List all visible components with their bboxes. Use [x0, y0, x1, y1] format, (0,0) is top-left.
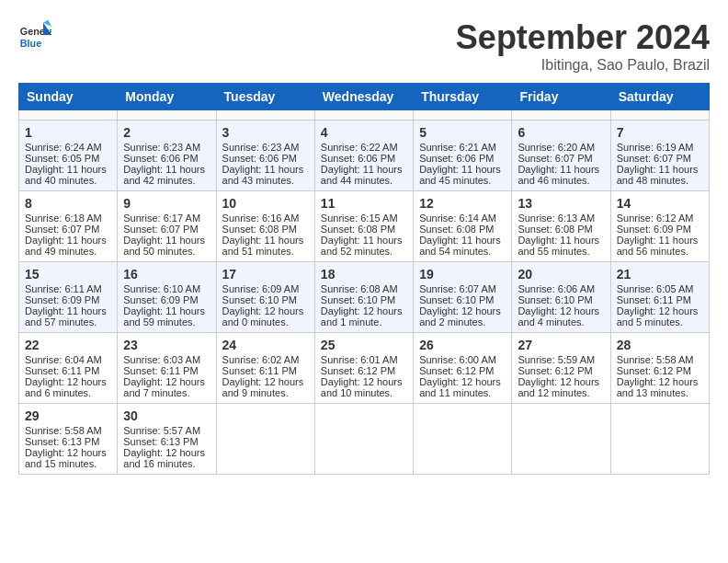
calendar-cell: 20Sunrise: 6:06 AMSunset: 6:10 PMDayligh…: [512, 262, 610, 333]
calendar-cell: 27Sunrise: 5:59 AMSunset: 6:12 PMDayligh…: [512, 333, 610, 404]
sunset-text: Sunset: 6:08 PM: [518, 224, 592, 235]
sunrise-text: Sunrise: 6:08 AM: [321, 283, 398, 294]
sunset-text: Sunset: 6:12 PM: [419, 365, 494, 376]
sunrise-text: Sunrise: 5:59 AM: [518, 354, 595, 365]
sunrise-text: Sunrise: 6:06 AM: [518, 283, 595, 294]
calendar-table: SundayMondayTuesdayWednesdayThursdayFrid…: [18, 83, 710, 475]
daylight-text: Daylight: 12 hours and 7 minutes.: [123, 376, 205, 398]
day-number: 14: [617, 196, 703, 211]
calendar-cell: [610, 404, 709, 475]
daylight-text: Daylight: 12 hours and 16 minutes.: [123, 447, 205, 469]
sunset-text: Sunset: 6:08 PM: [419, 224, 494, 235]
calendar-cell: 3Sunrise: 6:23 AMSunset: 6:06 PMDaylight…: [216, 121, 314, 191]
daylight-text: Daylight: 12 hours and 12 minutes.: [518, 376, 599, 398]
calendar-cell: 5Sunrise: 6:21 AMSunset: 6:06 PMDaylight…: [414, 121, 512, 191]
day-number: 1: [25, 125, 111, 140]
calendar-cell: 8Sunrise: 6:18 AMSunset: 6:07 PMDaylight…: [19, 191, 118, 262]
sunset-text: Sunset: 6:06 PM: [222, 153, 297, 164]
day-number: 4: [321, 125, 407, 140]
calendar-cell: [414, 404, 512, 475]
daylight-text: Daylight: 11 hours and 46 minutes.: [518, 164, 599, 186]
calendar-cell: 19Sunrise: 6:07 AMSunset: 6:10 PMDayligh…: [414, 262, 512, 333]
calendar-cell: 30Sunrise: 5:57 AMSunset: 6:13 PMDayligh…: [118, 404, 216, 475]
day-number: 9: [123, 196, 210, 211]
sunset-text: Sunset: 6:13 PM: [25, 436, 99, 447]
calendar-cell: [314, 404, 413, 475]
day-number: 13: [518, 196, 604, 211]
calendar-cell: [19, 110, 118, 121]
calendar-cell: 11Sunrise: 6:15 AMSunset: 6:08 PMDayligh…: [314, 191, 413, 262]
day-number: 8: [25, 196, 111, 211]
daylight-text: Daylight: 12 hours and 2 minutes.: [419, 305, 501, 327]
daylight-text: Daylight: 11 hours and 50 minutes.: [123, 235, 205, 257]
day-header-saturday: Saturday: [610, 84, 709, 110]
sunrise-text: Sunrise: 6:18 AM: [25, 213, 102, 224]
calendar-cell: 18Sunrise: 6:08 AMSunset: 6:10 PMDayligh…: [314, 262, 413, 333]
day-header-thursday: Thursday: [414, 84, 512, 110]
sunset-text: Sunset: 6:12 PM: [518, 365, 592, 376]
day-number: 27: [518, 338, 604, 352]
sunrise-text: Sunrise: 6:22 AM: [321, 142, 398, 153]
sunrise-text: Sunrise: 6:12 AM: [617, 213, 694, 224]
calendar-week-4: 22Sunrise: 6:04 AMSunset: 6:11 PMDayligh…: [19, 333, 710, 404]
sunrise-text: Sunrise: 6:24 AM: [25, 142, 102, 153]
calendar-cell: 28Sunrise: 5:58 AMSunset: 6:12 PMDayligh…: [610, 333, 709, 404]
calendar-cell: 17Sunrise: 6:09 AMSunset: 6:10 PMDayligh…: [216, 262, 314, 333]
logo: General Blue: [18, 18, 51, 52]
sunset-text: Sunset: 6:12 PM: [617, 365, 691, 376]
day-number: 28: [617, 338, 703, 352]
day-header-monday: Monday: [118, 84, 216, 110]
day-number: 19: [419, 267, 506, 282]
sunset-text: Sunset: 6:09 PM: [617, 224, 691, 235]
calendar-cell: 22Sunrise: 6:04 AMSunset: 6:11 PMDayligh…: [19, 333, 118, 404]
daylight-text: Daylight: 11 hours and 59 minutes.: [123, 305, 205, 327]
sunset-text: Sunset: 6:09 PM: [123, 294, 198, 305]
sunset-text: Sunset: 6:10 PM: [222, 294, 297, 305]
sunrise-text: Sunrise: 6:23 AM: [123, 142, 200, 153]
day-number: 15: [25, 267, 111, 282]
sunrise-text: Sunrise: 6:16 AM: [222, 213, 300, 224]
day-header-sunday: Sunday: [19, 84, 118, 110]
day-number: 29: [25, 408, 111, 423]
day-number: 17: [222, 267, 309, 282]
calendar-cell: 10Sunrise: 6:16 AMSunset: 6:08 PMDayligh…: [216, 191, 314, 262]
calendar-week-0: [19, 110, 710, 121]
calendar-cell: 21Sunrise: 6:05 AMSunset: 6:11 PMDayligh…: [610, 262, 709, 333]
calendar-cell: [414, 110, 512, 121]
sunrise-text: Sunrise: 6:19 AM: [617, 142, 694, 153]
sunset-text: Sunset: 6:07 PM: [25, 224, 99, 235]
sunset-text: Sunset: 6:06 PM: [419, 153, 494, 164]
location: Ibitinga, Sao Paulo, Brazil: [456, 57, 710, 74]
calendar-cell: [118, 110, 216, 121]
sunset-text: Sunset: 6:11 PM: [25, 365, 99, 376]
day-number: 2: [123, 125, 210, 140]
day-header-tuesday: Tuesday: [216, 84, 314, 110]
day-number: 10: [222, 196, 309, 211]
calendar-cell: 14Sunrise: 6:12 AMSunset: 6:09 PMDayligh…: [610, 191, 709, 262]
sunrise-text: Sunrise: 6:20 AM: [518, 142, 595, 153]
sunrise-text: Sunrise: 5:57 AM: [123, 425, 200, 436]
sunrise-text: Sunrise: 5:58 AM: [25, 425, 102, 436]
daylight-text: Daylight: 11 hours and 52 minutes.: [321, 235, 403, 257]
sunrise-text: Sunrise: 6:14 AM: [419, 213, 496, 224]
sunrise-text: Sunrise: 6:00 AM: [419, 354, 496, 365]
day-header-wednesday: Wednesday: [314, 84, 413, 110]
calendar-header-row: SundayMondayTuesdayWednesdayThursdayFrid…: [19, 84, 710, 110]
sunrise-text: Sunrise: 6:03 AM: [123, 354, 200, 365]
daylight-text: Daylight: 12 hours and 13 minutes.: [617, 376, 699, 398]
sunrise-text: Sunrise: 6:13 AM: [518, 213, 595, 224]
day-number: 11: [321, 196, 407, 211]
sunset-text: Sunset: 6:10 PM: [321, 294, 395, 305]
calendar-cell: 6Sunrise: 6:20 AMSunset: 6:07 PMDaylight…: [512, 121, 610, 191]
calendar-cell: [314, 110, 413, 121]
calendar-cell: [512, 404, 610, 475]
calendar-week-2: 8Sunrise: 6:18 AMSunset: 6:07 PMDaylight…: [19, 191, 710, 262]
calendar-cell: 24Sunrise: 6:02 AMSunset: 6:11 PMDayligh…: [216, 333, 314, 404]
sunrise-text: Sunrise: 6:07 AM: [419, 283, 496, 294]
calendar-cell: 15Sunrise: 6:11 AMSunset: 6:09 PMDayligh…: [19, 262, 118, 333]
day-number: 18: [321, 267, 407, 282]
daylight-text: Daylight: 12 hours and 9 minutes.: [222, 376, 304, 398]
daylight-text: Daylight: 11 hours and 56 minutes.: [617, 235, 699, 257]
daylight-text: Daylight: 11 hours and 55 minutes.: [518, 235, 599, 257]
daylight-text: Daylight: 12 hours and 4 minutes.: [518, 305, 599, 327]
